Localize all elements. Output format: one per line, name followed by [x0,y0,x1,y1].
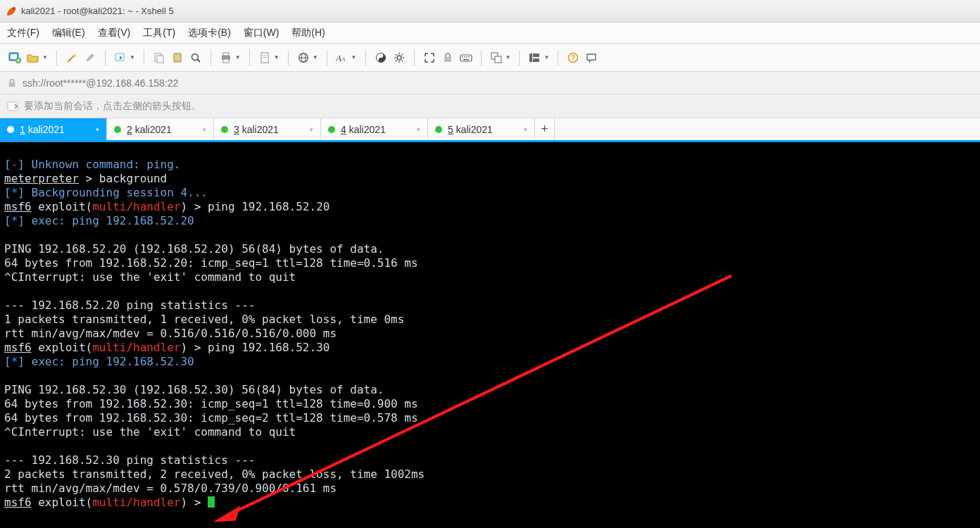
term-module: multi/handler [92,200,180,213]
svg-line-29 [396,54,396,55]
session-tab-1[interactable]: 1 kali2021 ▾ [0,118,107,140]
menu-tools[interactable]: 工具(T) [143,27,175,39]
open-folder-icon[interactable] [25,50,41,65]
svg-point-24 [397,56,401,60]
pencil-icon[interactable] [82,50,98,65]
menu-view[interactable]: 查看(V) [98,27,131,39]
chat-icon[interactable] [584,50,599,65]
tab-menu-icon[interactable]: ▾ [310,126,313,133]
copy-icon[interactable] [151,50,167,65]
dropdown-icon[interactable]: ▼ [274,54,279,61]
tab-menu-icon[interactable]: ▾ [96,126,99,133]
layout-icon[interactable] [527,50,542,65]
paste-icon[interactable] [170,50,185,65]
menu-edit[interactable]: 编辑(E) [52,27,85,39]
tab-menu-icon[interactable]: ▾ [203,126,206,133]
svg-rect-38 [468,56,470,58]
tab-label: kali2021 [242,124,279,135]
svg-line-32 [401,54,402,55]
menu-window[interactable]: 窗口(W) [244,27,279,39]
session-tab-2[interactable]: 2 kali2021 ▾ [107,118,214,140]
dropdown-icon[interactable]: ▼ [351,54,357,61]
term-bracket: [ [4,214,11,227]
tab-menu-icon[interactable]: ▾ [417,126,420,133]
svg-rect-33 [444,57,451,62]
svg-rect-41 [495,56,501,63]
svg-rect-42 [529,54,532,62]
menu-help[interactable]: 帮助(H) [291,27,325,39]
menu-bar: 文件(F) 编辑(E) 查看(V) 工具(T) 选项卡(B) 窗口(W) 帮助(… [0,23,980,44]
term-text: exploit( [32,200,93,213]
term-line: 64 bytes from 192.168.52.30: icmp_seq=1 … [4,397,418,410]
tab-index: 5 [448,124,453,135]
menu-file[interactable]: 文件(F) [7,27,39,39]
svg-marker-50 [213,505,240,522]
status-dot-icon [114,126,121,133]
fullscreen-icon[interactable] [422,50,437,65]
add-session-icon[interactable] [7,101,18,112]
term-line: --- 192.168.52.20 ping statistics --- [4,298,255,312]
svg-text:A: A [336,53,341,63]
session-tab-4[interactable]: 4 kali2021 ▾ [321,118,428,140]
gear-icon[interactable] [391,50,407,65]
separator-icon [288,50,289,65]
window-title: kali2021 - root@kali2021: ~ - Xshell 5 [21,6,174,16]
tab-label: kali2021 [349,124,386,135]
svg-line-31 [396,60,396,61]
separator-icon [481,50,482,65]
yin-yang-icon[interactable] [373,50,389,65]
svg-rect-36 [464,56,465,58]
svg-rect-14 [223,59,229,63]
session-tab-5[interactable]: 5 kali2021 ▾ [428,118,535,140]
menu-tabs[interactable]: 选项卡(B) [188,27,231,39]
separator-icon [414,50,415,65]
svg-line-11 [197,59,200,62]
term-bracket: [ [4,186,11,199]
keyboard-icon[interactable] [458,50,474,65]
separator-icon [144,50,144,65]
document-icon[interactable] [257,50,272,65]
tab-index: 1 [20,124,25,135]
svg-rect-37 [466,56,467,58]
separator-icon [249,50,250,65]
globe-icon[interactable] [296,50,311,65]
term-line: ^CInterrupt: use the 'exit' command to q… [4,270,296,284]
term-line: PING 192.168.52.20 (192.168.52.20) 56(84… [4,242,384,256]
printer-icon[interactable] [218,50,234,65]
separator-icon [558,50,558,65]
term-text: ) > [180,496,208,509]
svg-rect-9 [176,53,179,55]
svg-point-10 [191,54,198,60]
search-icon[interactable] [188,50,203,65]
new-session-icon[interactable] [7,50,23,65]
reconnect-icon[interactable] [113,50,128,65]
dropdown-icon[interactable]: ▼ [235,54,241,61]
arrange-icon[interactable] [489,50,504,65]
svg-rect-44 [533,58,539,62]
term-line: ^CInterrupt: use the 'exit' command to q… [4,425,296,439]
dropdown-icon[interactable]: ▼ [130,54,135,61]
term-bracket: [ [4,355,11,368]
term-star: * [11,214,18,227]
session-tab-3[interactable]: 3 kali2021 ▾ [214,118,321,140]
wand-icon[interactable] [64,50,80,65]
separator-icon [105,50,106,65]
svg-rect-34 [460,55,472,61]
term-line: 64 bytes from 192.168.52.30: icmp_seq=2 … [4,411,418,425]
hint-bar: 要添加当前会话，点击左侧的箭头按钮。 [0,94,980,118]
separator-icon [365,50,366,65]
font-icon[interactable]: AA [334,50,350,65]
tab-menu-icon[interactable]: ▾ [524,126,527,133]
address-url[interactable]: ssh://root******@192.168.46.158:22 [23,77,178,89]
terminal-output[interactable]: [-] Unknown command: ping. meterpreter >… [0,142,980,528]
dropdown-icon[interactable]: ▼ [505,54,511,61]
lock-icon[interactable] [440,50,456,65]
tab-strip: 1 kali2021 ▾ 2 kali2021 ▾ 3 kali2021 ▾ 4… [0,118,980,140]
help-icon[interactable]: ? [565,50,581,65]
dropdown-icon[interactable]: ▼ [42,54,48,61]
term-module: multi/handler [92,496,180,509]
tab-index: 3 [234,124,239,135]
dropdown-icon[interactable]: ▼ [313,54,318,61]
dropdown-icon[interactable]: ▼ [544,54,549,61]
add-tab-button[interactable]: + [535,118,555,140]
